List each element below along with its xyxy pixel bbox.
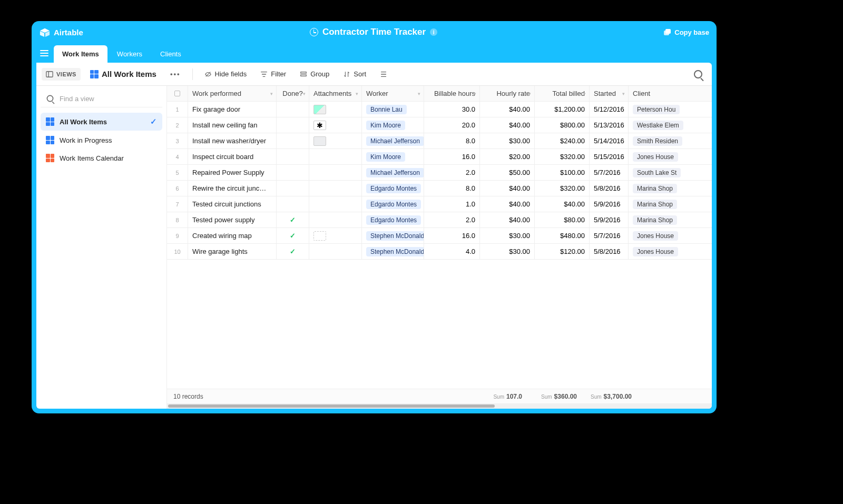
cell-started[interactable]: 5/14/2016 — [590, 133, 629, 149]
cell-work-performed[interactable]: Wire garage lights — [188, 244, 277, 259]
cell-hourly-rate[interactable]: $50.00 — [480, 165, 535, 180]
view-item-all-work-items[interactable]: All Work Items ✓ — [41, 113, 162, 131]
cell-billable-hours[interactable]: 16.0 — [424, 149, 480, 164]
table-row[interactable]: 6Rewire the circuit junc…Edgardo Montes8… — [167, 181, 712, 196]
cell-started[interactable]: 5/13/2016 — [590, 117, 629, 133]
sort-button[interactable]: Sort — [339, 67, 370, 81]
cell-attachments[interactable]: ✱ — [309, 117, 362, 133]
cell-started[interactable]: 5/15/2016 — [590, 149, 629, 164]
cell-started[interactable]: 5/12/2016 — [590, 102, 629, 117]
hide-fields-button[interactable]: Hide fields — [200, 67, 251, 81]
grid-body[interactable]: 1Fix garage doorBonnie Lau30.0$40.00$1,2… — [167, 102, 712, 389]
row-number[interactable]: 10 — [167, 244, 188, 259]
cell-done[interactable]: ✓ — [277, 228, 309, 243]
cell-hourly-rate[interactable]: $40.00 — [480, 196, 535, 212]
cell-work-performed[interactable]: Inspect circuit board — [188, 149, 277, 164]
cell-total-billed[interactable]: $240.00 — [535, 133, 590, 149]
cell-attachments[interactable] — [309, 165, 362, 180]
row-number[interactable]: 9 — [167, 228, 188, 243]
cell-work-performed[interactable]: Install new ceiling fan — [188, 117, 277, 133]
cell-billable-hours[interactable]: 8.0 — [424, 133, 480, 149]
cell-attachments[interactable] — [309, 149, 362, 164]
row-number[interactable]: 8 — [167, 212, 188, 228]
find-view-input[interactable]: Find a view — [41, 90, 162, 107]
cell-client[interactable]: Jones House — [629, 149, 711, 164]
cell-worker[interactable]: Bonnie Lau — [362, 102, 424, 117]
cell-worker[interactable]: Stephen McDonald — [362, 244, 424, 259]
cell-attachments[interactable] — [309, 244, 362, 259]
cell-done[interactable] — [277, 196, 309, 212]
cell-client[interactable]: Smith Residen — [629, 133, 711, 149]
column-attachments[interactable]: Attachments▾ — [309, 86, 362, 101]
cell-total-billed[interactable]: $100.00 — [535, 165, 590, 180]
cell-started[interactable]: 5/9/2016 — [590, 212, 629, 228]
cell-started[interactable]: 5/7/2016 — [590, 228, 629, 243]
search-button[interactable] — [690, 67, 707, 81]
airtable-logo[interactable]: Airtable — [39, 27, 83, 37]
cell-hourly-rate[interactable]: $20.00 — [480, 149, 535, 164]
views-toggle-button[interactable]: VIEWS — [42, 68, 81, 81]
cell-work-performed[interactable]: Created wiring map — [188, 228, 277, 243]
cell-billable-hours[interactable]: 2.0 — [424, 165, 480, 180]
cell-started[interactable]: 5/8/2016 — [590, 181, 629, 196]
cell-worker[interactable]: Kim Moore — [362, 117, 424, 133]
cell-billable-hours[interactable]: 8.0 — [424, 181, 480, 196]
cell-total-billed[interactable]: $80.00 — [535, 212, 590, 228]
attachment-thumb[interactable] — [313, 105, 326, 114]
cell-client[interactable]: Jones House — [629, 228, 711, 243]
cell-billable-hours[interactable]: 1.0 — [424, 196, 480, 212]
row-number[interactable]: 3 — [167, 133, 188, 149]
column-total-billed[interactable]: Total billed▾ — [535, 86, 590, 101]
cell-total-billed[interactable]: $800.00 — [535, 117, 590, 133]
cell-client[interactable]: Marina Shop — [629, 181, 711, 196]
cell-done[interactable] — [277, 165, 309, 180]
cell-work-performed[interactable]: Fix garage door — [188, 102, 277, 117]
cell-attachments[interactable] — [309, 181, 362, 196]
cell-work-performed[interactable]: Tested circuit junctions — [188, 196, 277, 212]
cell-done[interactable] — [277, 181, 309, 196]
row-number[interactable]: 6 — [167, 181, 188, 196]
cell-hourly-rate[interactable]: $40.00 — [480, 102, 535, 117]
cell-worker[interactable]: Michael Jefferson — [362, 133, 424, 149]
info-icon[interactable]: i — [430, 28, 437, 36]
cell-work-performed[interactable]: Tested power supply — [188, 212, 277, 228]
cell-total-billed[interactable]: $320.00 — [535, 181, 590, 196]
tables-menu-button[interactable] — [36, 46, 53, 61]
cell-done[interactable] — [277, 133, 309, 149]
tab-workers[interactable]: Workers — [109, 45, 151, 63]
row-number[interactable]: 7 — [167, 196, 188, 212]
cell-worker[interactable]: Stephen McDonald — [362, 228, 424, 243]
cell-worker[interactable]: Edgardo Montes — [362, 196, 424, 212]
group-button[interactable]: Group — [296, 67, 334, 81]
cell-started[interactable]: 5/8/2016 — [590, 244, 629, 259]
view-item-work-items-calendar[interactable]: Work Items Calendar — [41, 150, 162, 166]
cell-worker[interactable]: Kim Moore — [362, 149, 424, 164]
cell-done[interactable] — [277, 149, 309, 164]
filter-button[interactable]: Filter — [256, 67, 290, 81]
row-number[interactable]: 4 — [167, 149, 188, 164]
table-row[interactable]: 3Install new washer/dryerMichael Jeffers… — [167, 133, 712, 149]
table-row[interactable]: 2Install new ceiling fan✱Kim Moore20.0$4… — [167, 117, 712, 133]
select-all-checkbox[interactable] — [167, 86, 188, 101]
cell-hourly-rate[interactable]: $30.00 — [480, 133, 535, 149]
cell-client[interactable]: South Lake St — [629, 165, 711, 180]
table-row[interactable]: 5Repaired Power SupplyMichael Jefferson2… — [167, 165, 712, 181]
column-work-performed[interactable]: Work performed▾ — [188, 86, 277, 101]
cell-client[interactable]: Jones House — [629, 244, 711, 259]
cell-attachments[interactable] — [309, 212, 362, 228]
column-hourly-rate[interactable]: Hourly rate▾ — [480, 86, 535, 101]
cell-hourly-rate[interactable]: $40.00 — [480, 117, 535, 133]
row-number[interactable]: 1 — [167, 102, 188, 117]
column-billable-hours[interactable]: Billable hours▾ — [424, 86, 480, 101]
cell-attachments[interactable] — [309, 102, 362, 117]
attachment-thumb[interactable]: ✱ — [313, 121, 326, 130]
cell-billable-hours[interactable]: 2.0 — [424, 212, 480, 228]
table-row[interactable]: 9Created wiring map✓Stephen McDonald16.0… — [167, 228, 712, 244]
attachment-thumb[interactable] — [313, 231, 326, 241]
cell-client[interactable]: Marina Shop — [629, 212, 711, 228]
cell-total-billed[interactable]: $480.00 — [535, 228, 590, 243]
column-started[interactable]: Started▾ — [590, 86, 629, 101]
table-row[interactable]: 1Fix garage doorBonnie Lau30.0$40.00$1,2… — [167, 102, 712, 117]
cell-billable-hours[interactable]: 30.0 — [424, 102, 480, 117]
current-view-button[interactable]: All Work Items — [86, 67, 161, 81]
